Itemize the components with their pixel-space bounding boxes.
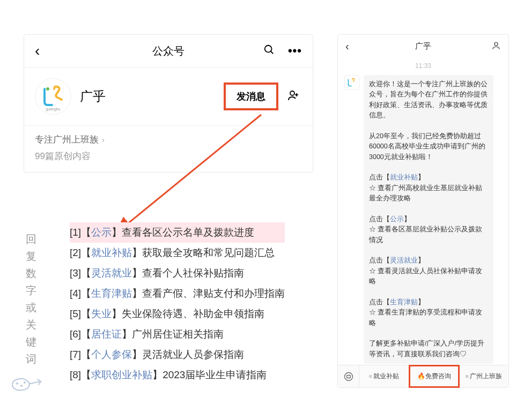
chat-header: ‹ 广乎 xyxy=(338,35,508,58)
reply-num: [5] xyxy=(70,308,81,319)
reply-item: [2]【就业补贴】获取最全攻略和常见问题汇总 xyxy=(70,243,285,263)
chat-profile-icon[interactable] xyxy=(491,41,501,52)
decorative-doodle-icon xyxy=(9,370,47,395)
profile-header: ‹ 公众号 ••• xyxy=(24,35,313,68)
reply-desc: 查看个人社保补贴指南 xyxy=(142,267,244,279)
chat-text: ☆ 查看广州高校就业生基层就业补贴最全办理攻略 xyxy=(369,183,488,204)
menu-mini-icon: ≡ xyxy=(466,373,469,379)
avatar-label: guanghu xyxy=(46,107,60,111)
chevron-right-icon: › xyxy=(102,135,105,144)
reply-item: [1]【公示】查看各区公示名单及拨款进度 xyxy=(70,222,285,243)
reply-item: [5]【失业】失业保险待遇、补助金申领指南 xyxy=(70,304,285,324)
chat-back-icon[interactable]: ‹ xyxy=(345,40,349,52)
svg-point-3 xyxy=(290,91,294,95)
reply-desc: 查看各区公示名单及拨款进度 xyxy=(122,227,254,238)
reply-item: [8]【求职创业补贴】2023届毕业生申请指南 xyxy=(70,365,285,385)
chat-link[interactable]: 生育津贴 xyxy=(390,298,418,306)
chat-avatar[interactable] xyxy=(344,75,359,90)
reply-item: [3]【灵活就业】查看个人社保补贴指南 xyxy=(70,263,285,283)
account-profile-card: ‹ 公众号 ••• guanghu 广乎 发消息 专注广州上班族 › 99篇原创… xyxy=(24,34,313,172)
label-char: 键 xyxy=(26,333,36,350)
reply-keyword[interactable]: 生育津贴 xyxy=(91,288,132,299)
tagline-row[interactable]: 专注广州上班族 › xyxy=(35,133,302,146)
chat-text: 欢迎你！这是一个专注广州上班族的公众号，旨在为每个在广州工作的你提供利好政策、生… xyxy=(369,79,488,121)
label-char: 或 xyxy=(26,299,36,316)
header-title: 公众号 xyxy=(152,44,184,58)
svg-point-8 xyxy=(16,382,18,385)
reply-item: [6]【居住证】广州居住证相关指南 xyxy=(70,324,285,344)
more-icon[interactable]: ••• xyxy=(288,44,302,58)
chat-link-row: 点击【就业补贴】 xyxy=(369,172,488,183)
chat-link[interactable]: 灵活就业 xyxy=(390,257,418,264)
reply-desc: 查看产假、津贴支付和办理指南 xyxy=(142,288,285,299)
account-avatar[interactable]: guanghu xyxy=(35,78,71,115)
chat-text: ☆ 查看各区基层就业补贴公示及拨款情况 xyxy=(369,224,488,245)
chat-link-row: 点击【灵活就业】 xyxy=(369,256,488,266)
reply-keyword[interactable]: 灵活就业 xyxy=(91,267,132,279)
chat-title: 广乎 xyxy=(415,41,431,51)
account-name[interactable]: 广乎 xyxy=(80,88,224,105)
reply-keyword-list: [1]【公示】查看各区公示名单及拨款进度[2]【就业补贴】获取最全攻略和常见问题… xyxy=(70,222,285,385)
chat-body[interactable]: 11:33 欢迎你！这是一个专注广州上班族的公众号，旨在为每个在广州工作的你提供… xyxy=(338,58,508,365)
chat-text: 了解更多补贴申请/广深入户/学历提升等资讯，可直接联系我们咨询♡ xyxy=(369,339,488,359)
send-message-button[interactable]: 发消息 xyxy=(224,82,278,110)
svg-line-1 xyxy=(271,51,274,54)
svg-point-9 xyxy=(20,385,23,387)
svg-point-2 xyxy=(46,87,49,91)
reply-desc: 2023届毕业生申请指南 xyxy=(163,369,267,380)
reply-keyword[interactable]: 求职创业补贴 xyxy=(91,369,152,380)
chat-panel: ‹ 广乎 11:33 欢迎你！这是一个专注广州上班族的公众号，旨在为每个在广州工… xyxy=(337,34,509,388)
reply-num: [2] xyxy=(70,247,81,258)
label-char: 复 xyxy=(26,248,36,265)
menu-label: 就业补贴 xyxy=(373,372,399,380)
menu-item[interactable]: 🔥免费咨询 xyxy=(409,365,459,387)
profile-footer: 专注广州上班族 › 99篇原创内容 xyxy=(24,125,313,172)
reply-num: [7] xyxy=(70,349,81,360)
chat-text: ☆ 查看生育津贴的享受流程和申请攻略 xyxy=(369,308,488,328)
article-count: 99篇原创内容 xyxy=(35,150,302,162)
reply-keyword[interactable]: 就业补贴 xyxy=(91,247,132,258)
reply-keyword[interactable]: 个人参保 xyxy=(91,349,132,360)
chat-link-row: 点击【公示】 xyxy=(369,214,488,224)
menu-label: 免费咨询 xyxy=(425,372,451,380)
label-char: 字 xyxy=(26,282,36,299)
reply-num: [4] xyxy=(70,288,81,299)
fire-icon: 🔥 xyxy=(417,372,425,380)
menu-item[interactable]: ≡广州上班族 xyxy=(459,365,508,387)
svg-point-10 xyxy=(24,381,26,384)
reply-num: [6] xyxy=(70,328,81,340)
chat-text: ☆ 查看灵活就业人员社保补贴申请攻略 xyxy=(369,266,488,287)
search-icon[interactable] xyxy=(263,44,275,58)
label-char: 数 xyxy=(26,265,36,282)
svg-point-12 xyxy=(344,372,352,380)
reply-desc: 失业保险待遇、补助金申领指南 xyxy=(122,308,264,319)
reply-num: [8] xyxy=(70,369,81,380)
chat-link[interactable]: 公示 xyxy=(390,215,404,223)
svg-point-0 xyxy=(265,46,272,52)
keyboard-toggle-icon[interactable] xyxy=(338,365,359,387)
reply-keyword[interactable]: 居住证 xyxy=(91,328,122,340)
label-char: 回 xyxy=(26,230,36,248)
reply-keyword[interactable]: 失业 xyxy=(91,308,112,319)
chat-link[interactable]: 就业补贴 xyxy=(390,174,418,181)
chat-timestamp: 11:33 xyxy=(344,62,502,70)
back-icon[interactable]: ‹ xyxy=(35,42,40,59)
svg-rect-13 xyxy=(346,375,350,378)
menu-item[interactable]: ≡就业补贴 xyxy=(359,365,409,387)
menu-mini-icon: ≡ xyxy=(369,373,372,379)
svg-point-11 xyxy=(495,42,498,46)
reply-num: [3] xyxy=(70,267,81,279)
chat-message: 欢迎你！这是一个专注广州上班族的公众号，旨在为每个在广州工作的你提供利好政策、生… xyxy=(344,75,502,364)
follow-icon[interactable] xyxy=(285,87,302,106)
reply-hint-label: 回复数字或关键词 xyxy=(26,230,36,368)
tagline: 专注广州上班族 xyxy=(35,133,99,146)
reply-keyword[interactable]: 公示 xyxy=(91,227,112,238)
reply-desc: 灵活就业人员参保指南 xyxy=(142,349,244,360)
profile-body: guanghu 广乎 发消息 xyxy=(24,68,313,125)
reply-item: [7]【个人参保】灵活就业人员参保指南 xyxy=(70,344,285,365)
reply-desc: 获取最全攻略和常见问题汇总 xyxy=(142,247,275,258)
reply-num: [1] xyxy=(70,227,81,238)
label-char: 词 xyxy=(26,350,36,368)
chat-link-row: 点击【生育津贴】 xyxy=(369,297,488,308)
menu-items: ≡就业补贴🔥免费咨询≡广州上班族 xyxy=(359,365,508,387)
